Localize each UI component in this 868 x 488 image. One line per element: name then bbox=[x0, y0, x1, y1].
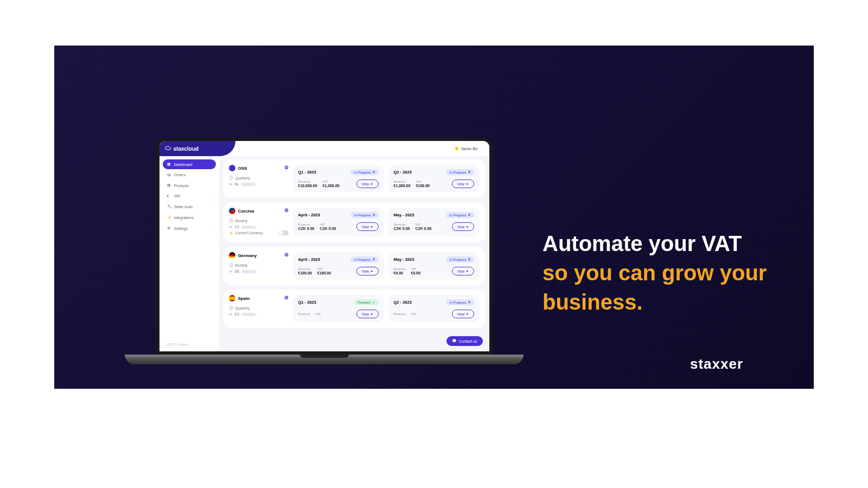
status-badge: In Progress ⧗ bbox=[446, 169, 474, 175]
contact-us-button[interactable]: 💬 Contact us bbox=[446, 336, 482, 346]
frequency-row: 🕒Monthly bbox=[229, 263, 289, 267]
nav-label: Settings bbox=[174, 227, 188, 230]
convert-currency-label: Convert Currency bbox=[235, 231, 263, 235]
view-button[interactable]: View ▸ bbox=[356, 267, 379, 275]
period-header: April - 2023In Progress ⧗ bbox=[298, 256, 379, 262]
sidebar-item-vat[interactable]: €VAT› bbox=[163, 191, 216, 201]
vat-value: CZK 0.00 bbox=[415, 227, 431, 230]
view-button[interactable]: View ▸ bbox=[452, 267, 474, 275]
vat-stat: VAT bbox=[316, 312, 321, 316]
status-badge: In Progress ⧗ bbox=[446, 212, 474, 218]
chevron-right-icon: › bbox=[210, 205, 212, 208]
region-name: Germany bbox=[238, 253, 257, 258]
hourglass-icon: ⧗ bbox=[468, 258, 470, 261]
period-title: April - 2023 bbox=[298, 213, 320, 217]
view-button[interactable]: View ▸ bbox=[452, 310, 474, 318]
clock-icon: 🕒 bbox=[229, 176, 233, 180]
gear-icon[interactable]: ⚙ bbox=[284, 295, 289, 300]
status-badge: In Progress ⧗ bbox=[350, 212, 379, 218]
period-stats: Revenue VAT View ▸ bbox=[298, 310, 379, 318]
arrow-right-icon: ▸ bbox=[467, 269, 469, 273]
arrow-right-icon: ▸ bbox=[467, 182, 469, 186]
contact-label: Contact us bbox=[459, 339, 477, 343]
periods-container: Q1 - 2023Finished ✓ Revenue VAT View ▸ Q… bbox=[293, 295, 480, 323]
account-switcher[interactable]: Demo BV ⌄ bbox=[455, 147, 484, 151]
periods-container: April - 2023In Progress ⧗ RevenueCZK 0.0… bbox=[293, 208, 480, 237]
nav-label: Seller tools bbox=[174, 205, 193, 209]
status-dot-icon bbox=[455, 147, 458, 150]
nav-icon: € bbox=[167, 194, 171, 198]
vat-value: €100.00 bbox=[317, 271, 331, 275]
gear-icon[interactable]: ⚙ bbox=[284, 165, 289, 170]
sidebar-item-orders[interactable]: 🛍Orders› bbox=[163, 170, 216, 179]
period-stats: Revenue€100.00 VAT€100.00 View ▸ bbox=[298, 267, 379, 275]
periods-container: April - 2023In Progress ⧗ Revenue€100.00… bbox=[293, 252, 480, 280]
country-row: ▭NLxxxxxxxx bbox=[229, 182, 289, 186]
period-card: April - 2023In Progress ⧗ Revenue€100.00… bbox=[293, 252, 384, 280]
revenue-stat: Revenue bbox=[298, 312, 310, 316]
view-button[interactable]: View ▸ bbox=[356, 179, 379, 188]
revenue-value: €10,000.00 bbox=[298, 184, 317, 188]
period-card: Q2 - 2023In Progress ⧗ Revenue€1,000.00 … bbox=[388, 165, 480, 192]
revenue-label: Revenue bbox=[394, 312, 406, 316]
period-header: Q1 - 2023Finished ✓ bbox=[298, 299, 379, 305]
clock-icon: 🕒 bbox=[229, 306, 233, 310]
revenue-label: Revenue bbox=[394, 267, 406, 271]
sidebar-item-products[interactable]: ▤Products bbox=[163, 181, 216, 190]
region-oss: OSS ⚙ 🕒Quarterly ▭NLxxxxxxxx Q1 - 2023In… bbox=[224, 159, 485, 198]
arrow-right-icon: ▸ bbox=[467, 312, 469, 316]
gear-icon[interactable]: ⚙ bbox=[284, 208, 289, 213]
period-stats: Revenue€0.00 VAT€0.00 View ▸ bbox=[394, 267, 474, 275]
masked-text: xxxxxxxx bbox=[242, 269, 256, 273]
revenue-label: Revenue bbox=[394, 223, 410, 226]
vat-label: VAT bbox=[416, 180, 430, 183]
sidebar-item-integrations[interactable]: ⚡Integrations bbox=[163, 213, 216, 222]
vat-value: €100.00 bbox=[416, 184, 430, 188]
revenue-stat: Revenue€1,000.00 bbox=[394, 180, 411, 188]
hero-panel: staxcloud Demo BV ⌄ ▦Dashboard🛍Orders›▤P… bbox=[54, 46, 814, 389]
currency-toggle[interactable] bbox=[279, 230, 289, 235]
hourglass-icon: ⧗ bbox=[373, 170, 375, 174]
chevron-right-icon: › bbox=[210, 174, 212, 177]
revenue-value: CZK 0.00 bbox=[298, 227, 315, 230]
view-button[interactable]: View ▸ bbox=[452, 179, 474, 188]
revenue-stat: Revenue€10,000.00 bbox=[298, 180, 317, 188]
period-header: Q1 - 2023In Progress ⧗ bbox=[298, 169, 379, 175]
laptop-base bbox=[125, 355, 524, 364]
sidebar-item-dashboard[interactable]: ▦Dashboard bbox=[163, 159, 216, 169]
headline-line1: Automate your VAT bbox=[542, 232, 742, 255]
nav-label: Integrations bbox=[174, 216, 194, 220]
view-button[interactable]: View ▸ bbox=[452, 222, 474, 231]
hero-headline: Automate your VAT so you can grow your b… bbox=[542, 229, 803, 317]
clock-icon: 🕒 bbox=[229, 219, 233, 223]
arrow-right-icon: ▸ bbox=[371, 269, 373, 273]
gear-icon[interactable]: ⚙ bbox=[284, 252, 289, 258]
check-icon: ✓ bbox=[372, 300, 375, 304]
period-stats: Revenue€10,000.00 VAT€1,000.00 View ▸ bbox=[298, 179, 379, 188]
view-button[interactable]: View ▸ bbox=[356, 310, 379, 318]
topbar: staxcloud Demo BV ⌄ bbox=[159, 141, 489, 156]
cloud-icon bbox=[165, 146, 171, 151]
frequency-label: Monthly bbox=[235, 264, 248, 267]
frequency-row: 🕒Monthly bbox=[229, 219, 289, 223]
nav-label: Orders bbox=[174, 173, 186, 177]
nav-icon: 🔧 bbox=[167, 204, 171, 209]
period-header: Q2 - 2023In Progress ⧗ bbox=[394, 169, 474, 175]
content-area: ▦Dashboard🛍Orders›▤Products€VAT›🔧Seller … bbox=[159, 156, 489, 351]
vat-label: VAT bbox=[411, 267, 421, 271]
flag-icon bbox=[229, 165, 235, 171]
vat-stat: VATCZK 0.00 bbox=[415, 223, 431, 230]
country-row: ▭DExxxxxxxx bbox=[229, 269, 289, 273]
frequency-row: 🕒Quarterly bbox=[229, 306, 289, 310]
view-button[interactable]: View ▸ bbox=[356, 222, 379, 231]
masked-text: xxxxxxxx bbox=[241, 312, 256, 316]
nav-icon: ⚡ bbox=[167, 215, 171, 220]
revenue-stat: RevenueCZK 0.00 bbox=[298, 223, 315, 230]
brand-wordmark: staxxer bbox=[690, 356, 743, 373]
region-name: Czechia bbox=[238, 209, 254, 214]
country-code: CZ bbox=[235, 225, 240, 229]
revenue-stat: Revenue€100.00 bbox=[298, 267, 312, 275]
sidebar-item-settings[interactable]: ⚙Settings› bbox=[163, 223, 216, 233]
period-header: April - 2023In Progress ⧗ bbox=[298, 212, 379, 218]
sidebar-item-seller-tools[interactable]: 🔧Seller tools› bbox=[163, 202, 216, 211]
